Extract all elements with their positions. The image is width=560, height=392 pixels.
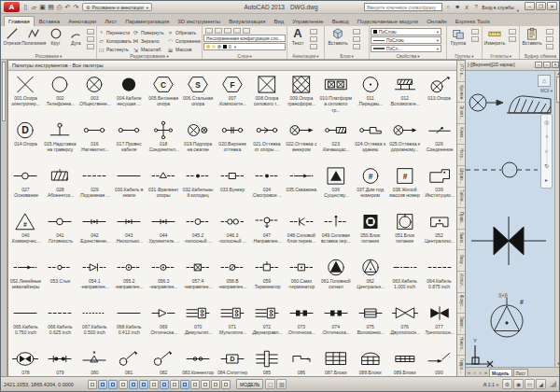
3d-object-snap-toggle[interactable] <box>149 380 159 389</box>
viewcube[interactable]: ⌂ <box>538 75 551 87</box>
grid-display-toggle[interactable] <box>108 380 118 389</box>
palette-titlebar[interactable]: Палитры инструментов - Все палитры <box>8 61 456 71</box>
quick-select-icon[interactable] <box>509 29 516 35</box>
circle-button[interactable]: Круг <box>46 27 66 52</box>
palette-item[interactable]: 009.Опора трансформ... <box>284 71 318 117</box>
palette-group-tab[interactable]: Комм... <box>457 124 465 146</box>
palette-item[interactable]: 014.Опора <box>8 117 43 162</box>
ribbon-tab[interactable]: 3D инструменты <box>174 17 224 26</box>
search-icon[interactable]: ⌕ <box>444 4 452 10</box>
palette-item[interactable]: 036 .Существу... <box>318 162 353 208</box>
palette-item[interactable]: 020.Верхняя оттяжка <box>216 117 250 162</box>
clean-screen-icon[interactable]: ◢ <box>536 379 546 389</box>
palette-item[interactable]: 090 <box>422 345 456 378</box>
doc-close-button[interactable]: × <box>552 62 559 68</box>
layer-off-icon[interactable] <box>215 28 222 34</box>
drawing-viewport[interactable]: [-][Верхняя][2D каркас] – ▫ × <box>466 60 560 378</box>
palette-item[interactable]: 052.Линейные эквалайзеры <box>8 254 43 300</box>
palette-group-tab[interactable]: Испол... <box>457 272 465 293</box>
linetype-combo[interactable]: ПоСлою <box>371 36 441 44</box>
status-lock-icon[interactable]: ◉ <box>513 379 524 389</box>
viewcube-wcs-menu[interactable]: МСК <box>540 89 553 93</box>
palette-item[interactable]: 006.Стальная опора <box>181 71 216 117</box>
dynamic-input-toggle[interactable] <box>180 380 189 389</box>
palette-item[interactable]: 049.Силовая вставка пер... <box>318 208 353 254</box>
palette-scrollbar[interactable] <box>1 60 7 378</box>
ribbon-tab[interactable]: Лист <box>101 17 120 26</box>
palette-item[interactable]: 008.Опора силового т... <box>249 71 284 117</box>
layer-properties-icon[interactable] <box>205 28 213 34</box>
viewport-scrollbar-thumb[interactable] <box>556 77 560 103</box>
palette-item[interactable]: 063.Кабель 1.000 inch <box>387 254 422 300</box>
table-icon[interactable] <box>310 44 317 49</box>
palette-scrollbar-thumb[interactable] <box>2 62 6 121</box>
palette-item[interactable]: 024.Оттяжка к зданию <box>353 117 387 162</box>
palette-group-tab[interactable]: Визу... <box>457 250 465 272</box>
undo-icon[interactable]: ↶ <box>63 2 72 12</box>
palette-item[interactable]: 002 .Телефонна... <box>43 71 77 117</box>
polyline-button[interactable]: Полилиния <box>22 27 46 52</box>
palette-item[interactable]: 041 .Готовность <box>43 208 77 254</box>
layer-isolate-icon[interactable] <box>224 28 231 34</box>
ribbon-tab[interactable]: Вставка <box>35 17 63 26</box>
palette-item[interactable]: 066.Кабель 0.625 inch <box>43 300 77 345</box>
panel-title-block[interactable]: Блок <box>325 53 369 59</box>
arc-button[interactable]: Дуга <box>65 27 86 52</box>
palette-item[interactable]: 077 .Трехполосн... <box>422 300 456 345</box>
ribbon-tab[interactable]: Онлайн <box>423 17 450 26</box>
text-button[interactable]: A Текст <box>288 27 307 52</box>
palette-item[interactable]: 042 .Единственн... <box>77 208 112 254</box>
stretch-button[interactable]: ◲Растянуть <box>98 46 133 52</box>
palette-item[interactable]: 061.Головной сигнал <box>318 254 353 300</box>
palette-item[interactable]: 048.Силовой блок перем... <box>284 208 318 254</box>
palette-item[interactable]: 057.4 -направлен... <box>181 254 216 300</box>
palette-group-tab[interactable]: Выно... <box>457 230 465 251</box>
paste-button[interactable]: Вставить <box>521 27 543 52</box>
group-button[interactable]: Группа <box>448 27 469 52</box>
saveas-icon[interactable]: ▤ <box>47 2 55 12</box>
palette-item[interactable]: 068.Кабель 0.412 inch <box>112 300 147 345</box>
rectangle-icon[interactable] <box>87 29 94 35</box>
zoom-icon[interactable]: ⌕ <box>545 148 548 154</box>
dynamic-ucs-toggle[interactable] <box>170 380 179 389</box>
exchange-apps-icon[interactable]: Ⅹ <box>463 4 470 10</box>
workspace-switcher[interactable]: ⚙ Рисование и аннотации <box>82 3 152 11</box>
palette-item[interactable]: 023 .Качающас... <box>318 117 353 162</box>
palette-item[interactable]: 040 .Коммерчес... <box>8 208 43 254</box>
palette-item[interactable]: 017.Провес кабеля <box>112 117 147 162</box>
ellipse-icon[interactable] <box>87 36 94 42</box>
palette-item[interactable]: 078 <box>8 345 43 378</box>
doc-restore-button[interactable]: ▫ <box>543 62 551 68</box>
palette-item[interactable]: 038.Жилой массив номер <box>387 162 422 208</box>
create-block-icon[interactable] <box>353 29 360 35</box>
palette-item[interactable]: 062 .Центральн... <box>353 254 387 300</box>
palette-group-tab[interactable]: Штрих... <box>457 166 465 188</box>
save-icon[interactable]: ▣ <box>38 2 47 12</box>
object-snap-toggle[interactable] <box>139 380 148 389</box>
palette-group-tab[interactable]: УГО к... <box>457 61 465 82</box>
palette-group-tab[interactable]: Крепеж <box>457 82 465 104</box>
palette-item[interactable]: 058.В -направлен... <box>216 254 250 300</box>
panel-title-properties[interactable]: Свойства <box>370 53 446 59</box>
palette-item[interactable]: 085 <box>249 345 284 378</box>
move-button[interactable]: ＋Перенести <box>98 28 133 36</box>
resize-grip[interactable] <box>550 381 556 387</box>
palette-item[interactable]: 007 .Композитн... <box>216 71 250 117</box>
snap-mode-toggle[interactable] <box>98 380 107 389</box>
maximize-button[interactable]: ❐ <box>536 2 546 10</box>
palette-item[interactable]: 052 .Централизо... <box>422 208 456 254</box>
layer-freeze-icon[interactable] <box>233 28 241 34</box>
quick-view-drawings-icon[interactable]: ▥ <box>276 379 287 389</box>
layer-state-combo[interactable]: Несохраненная конфигурация сло... <box>203 35 286 42</box>
ribbon-tab[interactable]: Вид <box>270 17 287 26</box>
palette-item[interactable]: 051.Блок питания <box>387 208 422 254</box>
group-edit-icon[interactable] <box>471 36 479 42</box>
palette-item[interactable]: 086 <box>284 345 318 378</box>
palette-item[interactable]: 029 .Подземная ... <box>77 162 112 208</box>
ungroup-icon[interactable] <box>471 29 479 35</box>
measure-button[interactable]: Измерить <box>483 27 506 52</box>
open-icon[interactable]: ▱ <box>30 2 38 12</box>
copy-clip-icon[interactable] <box>546 36 553 42</box>
ribbon-tab[interactable]: Визуализация <box>225 17 269 26</box>
palette-item[interactable]: 080 <box>77 345 112 378</box>
